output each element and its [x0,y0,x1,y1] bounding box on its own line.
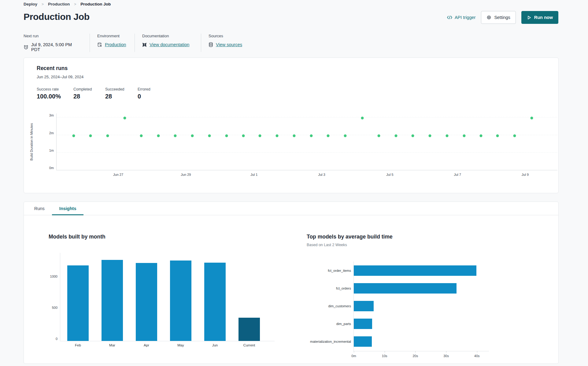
scatter-ytick-label: 1m [49,149,54,152]
scatter-point [106,135,109,137]
tab-runs[interactable]: Runs [27,202,52,215]
page-title: Production Job [24,12,90,22]
meta-next-run: Next run Jul 9, 2024, 5:00 PM PDT [24,34,90,52]
next-run-label: Next run [24,34,81,38]
stat-label: Errored [138,87,150,91]
tab-insights[interactable]: Insights [52,202,84,215]
scatter-ytick-label: 3m [49,113,54,117]
breadcrumb-production-job: Production Job [80,2,111,6]
breadcrumb-separator-icon: > [42,2,44,6]
scatter-point [361,117,364,120]
hbar-xtick-label: 20s [412,354,418,358]
scatter-point [327,135,330,137]
dbt-docs-icon [142,43,147,47]
meta-environment: Environment Production [97,34,135,52]
scatter-point [174,135,177,137]
view-documentation-link[interactable]: View documentation [150,42,189,47]
meta-divider [135,34,135,52]
bar [239,318,260,341]
breadcrumb-deploy[interactable]: Deploy [24,2,37,6]
hbar-bar [354,301,374,311]
environment-link[interactable]: Production [105,42,126,47]
tab-bar: Runs Insights [24,202,558,215]
scatter-point [191,135,194,137]
top-models-chart-subtitle: Based on Last 2 Weeks [307,243,347,247]
bar-category-label: Jun [212,343,218,347]
stat-value: 100.00% [37,93,73,100]
recent-runs-title: Recent runs [37,65,68,72]
stat-value: 0 [138,93,150,100]
scatter-point [140,135,142,137]
stat-label: Success rate [37,87,73,91]
insights-card: Runs Insights Models built by month Top … [24,201,559,364]
hbar-category-label: materialization_incremental [310,340,351,343]
scatter-point [480,135,483,137]
hbar-bar [354,319,372,329]
bar-category-label: Apr [144,343,149,347]
stat-errored: Errored 0 [138,87,150,100]
scatter-xtick-label: Jul 1 [250,173,257,176]
code-icon [447,16,452,19]
bar [136,263,157,341]
bar-category-label: May [177,343,184,347]
recent-runs-card: Recent runs Jun 25, 2024–Jul 09, 2024 Su… [24,57,559,193]
bar [67,265,89,341]
scatter-point [276,135,279,137]
scatter-point [259,135,261,137]
scatter-point [513,135,516,137]
stat-label: Completed [73,87,105,91]
run-now-label: Run now [534,15,553,20]
hbar-category-label: fct_order_items [328,269,351,272]
scatter-y-axis-label: Build Duration in Minutes [28,113,35,170]
run-now-button[interactable]: Run now [521,11,558,24]
hbar-xtick-label: 0m [351,354,356,358]
job-meta-row: Next run Jul 9, 2024, 5:00 PM PDT Enviro… [24,34,251,52]
stat-completed: Completed 28 [73,87,105,100]
scatter-ytick-label: 0m [49,166,54,170]
hbar-axis-tickmark [415,351,416,353]
scatter-point [208,135,211,137]
breadcrumb: Deploy > Production > Production Job [24,2,111,6]
hbar-xtick-label: 40s [474,354,480,358]
hbar-xtick-label: 30s [443,354,449,358]
scatter-point [344,135,347,137]
stat-value: 28 [105,93,138,100]
breadcrumb-production[interactable]: Production [48,2,70,6]
scatter-gridline [57,135,557,135]
production-job-page: Deploy > Production > Production Job Pro… [0,0,588,366]
stat-succeeded: Succeeded 28 [105,87,138,100]
bar-ytick-label: 1000 [50,275,57,278]
bar-ytick-label: 0 [56,337,57,341]
environment-database-icon [97,42,102,47]
recent-runs-date-range: Jun 25, 2024–Jul 09, 2024 [37,75,83,79]
scatter-point [310,135,312,137]
scatter-point [157,135,160,137]
hbar-category-label: dim_parts [336,322,351,326]
scatter-ytick-label: 2m [49,131,54,135]
environment-label: Environment [97,34,126,38]
scatter-point [89,135,92,137]
hbar-category-label: dim_customers [328,304,351,308]
top-models-hbar-chart: 0m10s20s30s40sfct_order_itemsfct_ordersd… [353,261,489,351]
hbar-axis-tickmark [385,351,385,353]
scatter-xtick-label: Jul 9 [522,173,529,176]
hbar-bar [354,283,457,294]
models-built-bar-chart: 05001000FebMarAprMayJunCurrent [60,253,275,341]
scatter-point [530,117,533,120]
view-sources-link[interactable]: View sources [216,42,242,47]
settings-button[interactable]: Settings [481,11,516,24]
bar-ytick-label: 500 [52,306,57,309]
models-built-chart-title: Models built by month [49,234,105,240]
documentation-label: Documentation [142,34,192,38]
alarm-clock-icon [24,45,28,50]
scatter-point [377,135,380,137]
scatter-xtick-label: Jul 3 [318,173,325,176]
scatter-point [394,135,397,137]
sources-label: Sources [209,34,242,38]
recent-runs-stats: Success rate 100.00% Completed 28 Succee… [37,87,150,100]
bar [204,263,226,341]
breadcrumb-separator-icon: > [74,2,76,6]
scatter-point [72,135,75,137]
api-trigger-link[interactable]: API trigger [447,15,476,20]
stat-value: 28 [73,93,105,100]
